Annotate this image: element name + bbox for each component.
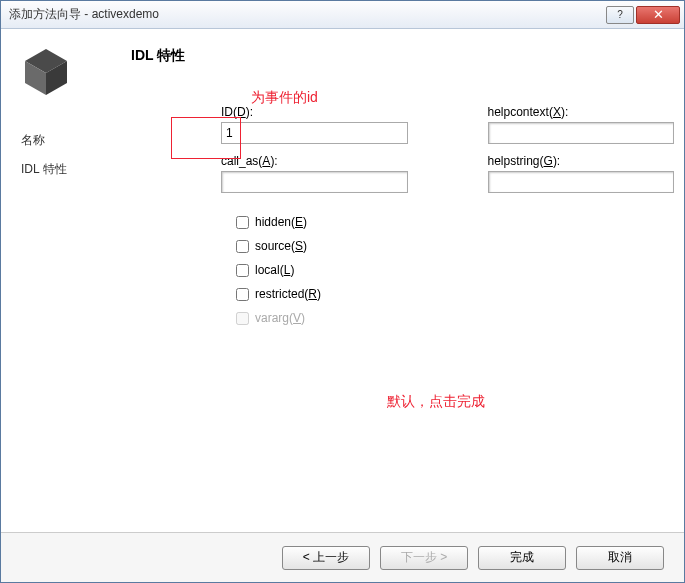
annotation-redbox: [171, 117, 241, 159]
id-input[interactable]: [221, 122, 408, 144]
window-title: 添加方法向导 - activexdemo: [9, 6, 604, 23]
id-label: ID(D):: [221, 105, 408, 119]
check-vararg-row: vararg(V): [236, 311, 674, 325]
close-button[interactable]: ✕: [636, 6, 680, 24]
finish-button[interactable]: 完成: [478, 546, 566, 570]
annotation-finish: 默认，点击完成: [387, 393, 485, 411]
check-source-label: source(S): [255, 239, 307, 253]
titlebar: 添加方法向导 - activexdemo ? ✕: [1, 1, 684, 29]
cube-icon: [21, 47, 71, 97]
help-button[interactable]: ?: [606, 6, 634, 24]
next-button: 下一步 >: [380, 546, 468, 570]
check-vararg: [236, 312, 249, 325]
check-hidden[interactable]: [236, 216, 249, 229]
sidebar-item-name[interactable]: 名称: [21, 126, 161, 155]
page-heading: IDL 特性: [131, 47, 674, 65]
helpstring-input[interactable]: [488, 171, 675, 193]
check-vararg-label: vararg(V): [255, 311, 305, 325]
check-local[interactable]: [236, 264, 249, 277]
callas-input[interactable]: [221, 171, 408, 193]
check-hidden-label: hidden(E): [255, 215, 307, 229]
check-local-row: local(L): [236, 263, 674, 277]
annotation-id: 为事件的id: [251, 89, 318, 107]
check-local-label: local(L): [255, 263, 294, 277]
check-hidden-row: hidden(E): [236, 215, 674, 229]
check-source-row: source(S): [236, 239, 674, 253]
sidebar: 名称 IDL 特性: [1, 29, 171, 532]
helpcontext-input[interactable]: [488, 122, 675, 144]
sidebar-item-idl[interactable]: IDL 特性: [21, 155, 161, 184]
callas-label: call_as(A):: [221, 154, 408, 168]
wizard-window: 添加方法向导 - activexdemo ? ✕ 名称 IDL 特性 IDL 特…: [0, 0, 685, 583]
check-restricted[interactable]: [236, 288, 249, 301]
helpstring-label: helpstring(G):: [488, 154, 675, 168]
footer: < 上一步 下一步 > 完成 取消: [1, 532, 684, 582]
check-restricted-row: restricted(R): [236, 287, 674, 301]
check-restricted-label: restricted(R): [255, 287, 321, 301]
cancel-button[interactable]: 取消: [576, 546, 664, 570]
main-panel: IDL 特性 为事件的id 默认，点击完成 ID(D): helpcontext…: [171, 29, 684, 532]
prev-button[interactable]: < 上一步: [282, 546, 370, 570]
helpcontext-label: helpcontext(X):: [488, 105, 675, 119]
check-source[interactable]: [236, 240, 249, 253]
